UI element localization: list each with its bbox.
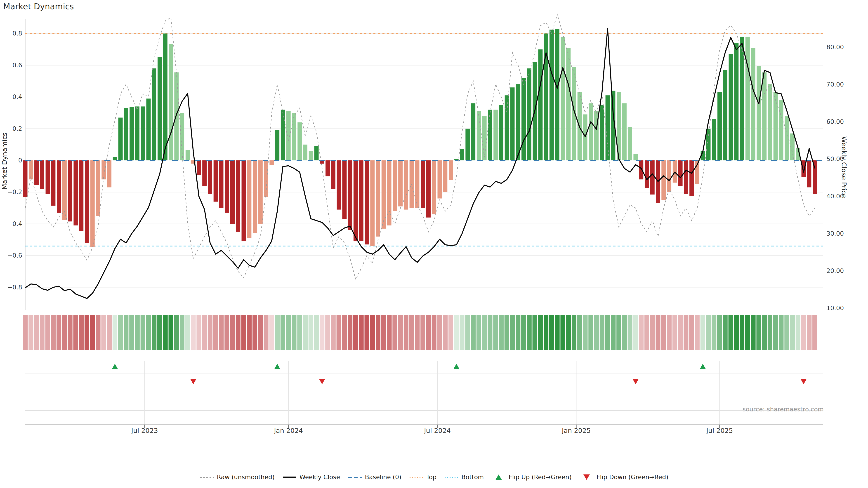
dynamics-bar: [146, 98, 151, 160]
heatmap-cell: [342, 315, 347, 350]
dynamics-bar: [129, 107, 134, 160]
heatmap-cell: [443, 315, 447, 350]
left-tick-label: 0.6: [12, 62, 22, 69]
dynamics-bar: [264, 160, 268, 197]
dynamics-bar: [784, 116, 789, 160]
legend-item-label: Top: [426, 474, 437, 481]
dynamics-bar: [421, 160, 425, 208]
legend-item-label: Baseline (0): [365, 474, 401, 481]
dynamics-bar: [488, 109, 492, 160]
heatmap-cell: [594, 315, 599, 350]
dynamics-bar: [197, 160, 201, 175]
dynamics-bar: [152, 68, 156, 160]
heatmap-cell: [359, 315, 364, 350]
chart-legend: Raw (unsmoothed)Weekly CloseBaseline (0)…: [0, 474, 868, 481]
dynamics-bar: [734, 43, 739, 160]
legend-item: Raw (unsmoothed): [199, 474, 275, 481]
heatmap-cell: [168, 315, 174, 350]
heatmap-cell: [62, 315, 67, 350]
heatmap-cell: [118, 315, 123, 350]
heatmap-cell: [510, 315, 515, 350]
dynamics-bar: [101, 160, 106, 180]
heatmap-cell: [751, 315, 756, 350]
heatmap-cell: [129, 315, 134, 350]
right-tick-label: 80.00: [827, 43, 844, 51]
right-tick-label: 50.00: [827, 156, 844, 162]
heatmap-cell: [566, 315, 571, 350]
heatmap-cell: [224, 315, 229, 350]
dynamics-bar: [516, 84, 520, 160]
heatmap-cell: [476, 315, 481, 350]
dynamics-bar: [729, 54, 733, 160]
heatmap-cell: [252, 315, 257, 350]
heatmap-cell: [297, 315, 302, 350]
right-tick-label: 10.00: [827, 304, 844, 312]
dynamics-bar: [483, 116, 487, 160]
right-tick-label: 70.00: [827, 81, 844, 88]
flip-up-marker: [453, 364, 460, 369]
dynamics-bar: [768, 84, 772, 160]
dynamics-bar: [415, 160, 419, 208]
heatmap-cell: [426, 315, 431, 350]
heatmap-cell: [572, 315, 577, 350]
dynamics-bar: [689, 160, 694, 196]
solid-line-icon: [282, 474, 297, 480]
heatmap-cell: [124, 315, 128, 350]
heatmap-cell: [471, 315, 475, 350]
flip-up-marker: [274, 364, 281, 369]
heatmap-cell: [202, 315, 207, 350]
heatmap-cell: [516, 315, 520, 350]
dynamics-bar: [499, 105, 503, 160]
dynamics-bar: [359, 160, 364, 241]
market-dynamics-figure: Market Dynamics Market Dynamics Weekly C…: [0, 0, 868, 488]
dynamics-bar: [717, 92, 722, 160]
heatmap-cell: [673, 315, 677, 350]
dynamics-bar: [68, 160, 72, 221]
heatmap-cell: [393, 315, 397, 350]
legend-item-label: Weekly Close: [300, 474, 340, 481]
dynamics-bar: [309, 151, 313, 160]
dynamics-bar: [633, 154, 638, 160]
flip-down-marker: [632, 379, 639, 384]
heatmap-cell: [286, 315, 291, 350]
heatmap-cell: [180, 315, 184, 350]
dynamics-bar: [460, 149, 464, 160]
heatmap-cell: [303, 315, 308, 350]
heatmap-cell: [538, 315, 543, 350]
heatmap-cell: [465, 315, 470, 350]
dynamics-bar: [449, 160, 453, 180]
dynamics-bar: [589, 103, 593, 160]
heatmap-cell: [45, 315, 50, 350]
dynamics-bar: [661, 160, 666, 200]
dynamics-bar: [331, 160, 336, 189]
dynamics-bar: [639, 160, 643, 180]
heatmap-cell: [784, 315, 789, 350]
dynamics-bar: [493, 109, 498, 160]
dynamics-bar: [96, 160, 100, 216]
dynamics-bar: [124, 108, 128, 160]
dynamics-bar: [404, 160, 408, 210]
heatmap-cell: [555, 315, 560, 350]
dynamics-bar: [387, 160, 392, 225]
heatmap-cell: [96, 315, 101, 350]
legend-item-label: Bottom: [461, 474, 484, 481]
flip-down-marker: [190, 379, 196, 384]
x-tick-label: Jul 2024: [424, 427, 451, 434]
x-tick-label: Jan 2025: [561, 427, 591, 434]
dynamics-bar: [561, 37, 565, 160]
heatmap-cell: [79, 315, 84, 350]
dynamics-bar: [57, 160, 61, 213]
heatmap-cell: [521, 315, 526, 350]
heatmap-cell: [381, 315, 386, 350]
heatmap-cell: [560, 315, 565, 350]
heatmap-cell: [415, 315, 420, 350]
dynamics-bar: [281, 109, 285, 160]
heatmap-cell: [605, 315, 610, 350]
heatmap-cell: [23, 315, 28, 350]
dynamics-bar: [538, 50, 542, 160]
dynamics-bar: [628, 127, 632, 160]
dynamics-bar: [348, 160, 352, 230]
dynamics-bar: [756, 66, 761, 160]
heatmap-cell: [85, 315, 89, 350]
heatmap-cell: [40, 315, 44, 350]
